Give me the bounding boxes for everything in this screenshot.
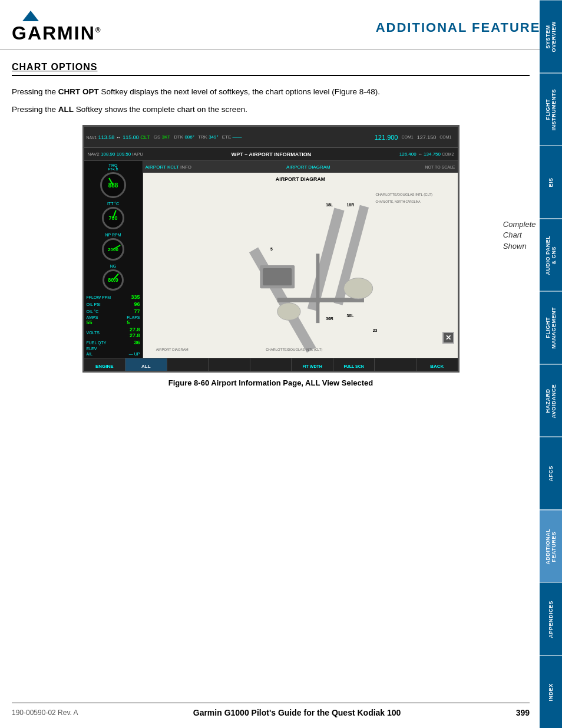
sidebar-tab-index[interactable]: INDEX [540,655,562,729]
airport-diagram-svg: AIRPORT DIAGRAM [143,173,458,358]
logo-triangle-icon [22,11,39,21]
ng-gauge: NG 80.0 [85,264,141,292]
paragraph-1: Pressing the CHRT OPT Softkey displays t… [12,85,530,98]
logo-text: GARMIN® [12,22,102,44]
trq-gauge: TRQ FT•LB 888 [85,163,141,199]
softkey-back[interactable]: BACK [416,358,458,373]
svg-text:AIRPORT DIAGRAM: AIRPORT DIAGRAM [156,348,188,351]
footer-doc-number: 190-00590-02 Rev. A [12,709,78,717]
svg-point-10 [277,303,300,320]
eis-panel: TRQ FT•LB 888 ITT °C 7 [84,161,143,358]
softkey-8 [375,358,416,373]
main-content: CHART OPTIONS Pressing the CHRT OPT Soft… [0,50,562,409]
rud-row: RUD [85,357,141,358]
airport-diagram: AIRPORT DIAGRAM [143,173,458,358]
figure-caption: Figure 8-60 Airport Information Page, AL… [168,378,373,387]
amps-flaps-row: AMPS 55 FLAPS 5 [85,315,141,325]
avionics-second-bar: NAV2 108.90 109.50 IAPU WPT – AIRPORT IN… [84,148,458,161]
footer-page-number: 399 [516,708,530,717]
svg-text:36R: 36R [326,317,333,321]
sidebar-tab-flight-management[interactable]: FLIGHTMANAGEMENT [540,291,562,364]
softkey-bar: ENGINE ALL FIT WDTH FULL SCN BACK [84,358,458,373]
fuel-qty-row: FUEL QTY 36 [85,340,141,345]
page-title: ADDITIONAL FEATURES [376,20,550,35]
figure-container: NAV1 113.58 ↔ 115.00 CLT GS 3KT DTK 086°… [12,125,530,387]
np-gauge: NP RPM 2000 [85,233,141,262]
sidebar-tab-additional-features[interactable]: ADDITIONALFEATURES [540,510,562,583]
itt-gauge: ITT °C 700 [85,202,141,230]
svg-text:18R: 18R [346,203,354,207]
section-heading: CHART OPTIONS [12,62,530,76]
svg-rect-8 [263,268,292,285]
elev-row: ELEV [85,347,141,351]
softkey-3 [167,358,209,373]
svg-text:18L: 18L [326,203,333,207]
sidebar-tab-audio-panel[interactable]: AUDIO PANEL& CNS [540,219,562,292]
avionics-screen: NAV1 113.58 ↔ 115.00 CLT GS 3KT DTK 086°… [82,125,459,373]
volts-row: VOLTS 27.8 27.8 [85,327,141,338]
fflow-row: FFLOW PPM 335 [85,294,141,300]
svg-text:5: 5 [270,248,272,252]
softkey-full-scn[interactable]: FULL SCN [333,358,375,373]
softkey-4 [209,358,250,373]
chart-area: AIRPORT KCLT INFO AIRPORT DIAGRAM NOT TO… [143,161,458,358]
page-footer: 190-00590-02 Rev. A Garmin G1000 Pilot's… [12,703,530,717]
ail-rud-row: AIL — UP [85,352,141,356]
svg-text:36L: 36L [346,314,353,318]
softkey-fit-wdth[interactable]: FIT WDTH [292,358,333,373]
sidebar-tab-flight-instruments[interactable]: FLIGHTINSTRUMENTS [540,73,562,146]
softkey-5 [250,358,292,373]
svg-point-9 [343,278,372,299]
close-button[interactable]: ✕ [442,332,454,344]
svg-text:CHARLOTTE/DOUGLAS INTL (CLT): CHARLOTTE/DOUGLAS INTL (CLT) [375,193,432,196]
sidebar-tab-appendices[interactable]: APPENDICES [540,582,562,655]
oil-c-row: OIL °C 77 [85,308,141,314]
right-sidebar: SYSTEMOVERVIEW FLIGHTINSTRUMENTS EIS AUD… [540,0,562,728]
sidebar-tab-system-overview[interactable]: SYSTEMOVERVIEW [540,0,562,73]
chart-header: AIRPORT KCLT INFO AIRPORT DIAGRAM NOT TO… [143,161,458,173]
avionics-body: TRQ FT•LB 888 ITT °C 7 [84,161,458,358]
footer-title: Garmin G1000 Pilot's Guide for the Quest… [193,708,401,717]
svg-text:AIRPORT DIAGRAM: AIRPORT DIAGRAM [275,176,325,182]
complete-chart-annotation: Complete Chart Shown [503,219,536,252]
paragraph-2: Pressing the ALL Softkey shows the compl… [12,103,530,116]
garmin-logo: GARMIN® [12,11,102,44]
sidebar-tab-afcs[interactable]: AFCS [540,437,562,510]
sidebar-tab-hazard-avoidance[interactable]: HAZARDAVOIDANCE [540,364,562,437]
avionics-top-bar: NAV1 113.58 ↔ 115.00 CLT GS 3KT DTK 086°… [84,127,458,148]
page-header: GARMIN® ADDITIONAL FEATURES [0,0,562,50]
svg-text:CHARLOTTE/DOUGLAS INTL (CLT): CHARLOTTE/DOUGLAS INTL (CLT) [266,348,322,351]
svg-text:23: 23 [372,328,377,332]
svg-text:CHARLOTTE, NORTH CAROLINA: CHARLOTTE, NORTH CAROLINA [375,200,421,203]
sidebar-tab-eis[interactable]: EIS [540,146,562,219]
softkey-all[interactable]: ALL [125,358,167,373]
oil-psi-row: OIL PSI 96 [85,301,141,307]
softkey-engine[interactable]: ENGINE [84,358,126,373]
figure-wrapper: NAV1 113.58 ↔ 115.00 CLT GS 3KT DTK 086°… [82,125,459,373]
